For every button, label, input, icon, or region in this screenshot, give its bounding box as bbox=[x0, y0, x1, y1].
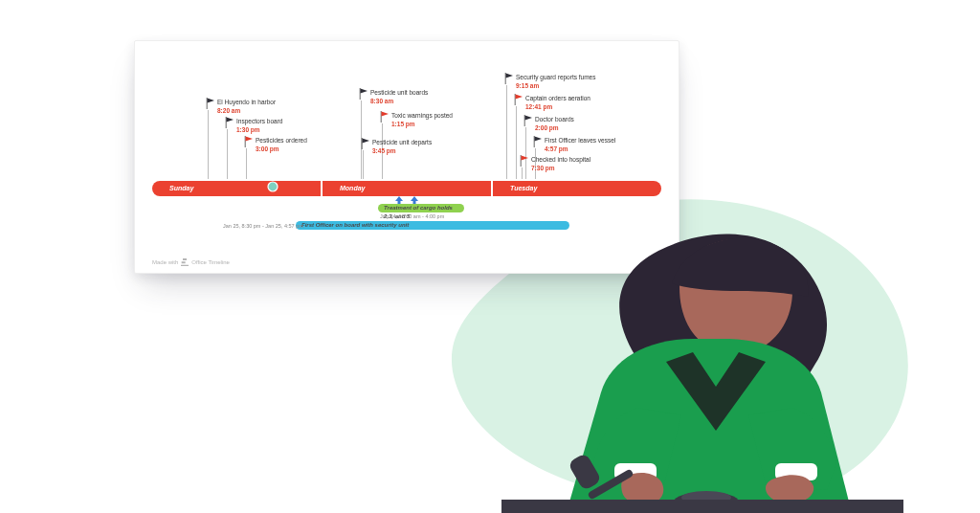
event-label: Pesticide unit departs bbox=[372, 139, 535, 146]
event-label: Inspectors board bbox=[236, 118, 399, 125]
event-e10: First Officer leaves vessel4:57 pm bbox=[545, 137, 707, 153]
event-stem bbox=[208, 110, 209, 179]
up-arrow-icon bbox=[395, 196, 403, 204]
timeline-daybar: SundayMondayTuesday bbox=[152, 181, 661, 196]
event-label: First Officer leaves vessel bbox=[545, 137, 707, 145]
svg-rect-2 bbox=[587, 469, 634, 501]
flag-icon bbox=[359, 88, 368, 100]
event-stem bbox=[363, 150, 364, 179]
event-label: Security guard reports fumes bbox=[516, 74, 679, 81]
event-stem bbox=[525, 127, 526, 179]
flag-icon bbox=[361, 138, 370, 149]
event-time: 9:15 am bbox=[516, 82, 679, 90]
event-label: Captain orders aeration bbox=[525, 95, 688, 102]
flag-icon bbox=[504, 73, 514, 84]
task-bar: First Officer on board with security uni… bbox=[296, 221, 569, 230]
svg-rect-6 bbox=[501, 500, 903, 513]
day-sunday: Sunday bbox=[152, 181, 321, 196]
event-time: 1:30 pm bbox=[236, 126, 399, 134]
event-time: 4:57 pm bbox=[545, 145, 707, 153]
event-label: Doctor boards bbox=[535, 116, 698, 123]
event-time: 7:30 pm bbox=[531, 165, 694, 172]
event-stem bbox=[506, 85, 507, 179]
event-stem bbox=[246, 148, 247, 179]
event-stem bbox=[227, 129, 228, 179]
timeline-card: El Huyendo in harbor8:20 amInspectors bo… bbox=[134, 40, 679, 274]
event-label: Pesticide unit boards bbox=[370, 89, 533, 97]
task-caption: Jan 25, 8:30 pm - Jan 25, 4:57 pm bbox=[223, 223, 303, 229]
event-time: 8:30 am bbox=[370, 98, 533, 105]
task-bar: Treatment of cargo holds 2,3, and 5 bbox=[378, 204, 464, 212]
event-stem bbox=[516, 106, 517, 179]
event-label: Checked into hospital bbox=[531, 156, 694, 164]
flag-icon bbox=[533, 136, 543, 147]
event-time: 3:45 pm bbox=[372, 147, 535, 155]
timeline-marker bbox=[267, 179, 278, 190]
svg-point-5 bbox=[681, 491, 731, 504]
task-caption: Jan 24, 10:00 am - 4:00 pm bbox=[380, 213, 444, 219]
flag-icon bbox=[225, 117, 234, 128]
event-stem bbox=[522, 167, 523, 179]
made-with-footer: Made with Office Timeline bbox=[152, 258, 230, 266]
up-arrow-icon bbox=[411, 196, 418, 204]
flag-icon bbox=[244, 136, 254, 147]
made-with-text: Made with bbox=[152, 259, 178, 265]
event-e7: Security guard reports fumes9:15 am bbox=[516, 74, 679, 90]
flag-icon bbox=[206, 98, 215, 109]
svg-point-4 bbox=[674, 492, 739, 511]
event-e1: El Huyendo in harbor8:20 am bbox=[217, 99, 380, 115]
office-timeline-icon bbox=[181, 258, 189, 266]
day-monday: Monday bbox=[321, 181, 491, 196]
flag-icon bbox=[523, 115, 533, 126]
svg-rect-1 bbox=[775, 463, 817, 480]
event-e2: Inspectors board1:30 pm bbox=[236, 118, 399, 134]
flag-icon bbox=[520, 155, 529, 167]
svg-point-18 bbox=[268, 182, 278, 191]
day-tuesday: Tuesday bbox=[491, 181, 661, 196]
event-e11: Checked into hospital7:30 pm bbox=[531, 156, 694, 172]
svg-rect-0 bbox=[614, 463, 657, 480]
event-time: 2:00 pm bbox=[535, 124, 698, 132]
event-time: 12:41 pm bbox=[525, 103, 688, 111]
event-label: El Huyendo in harbor bbox=[217, 99, 380, 106]
made-with-brand: Office Timeline bbox=[191, 259, 230, 265]
timeline-events: El Huyendo in harbor8:20 amInspectors bo… bbox=[135, 55, 679, 175]
event-e4: Pesticide unit boards8:30 am bbox=[370, 89, 533, 105]
event-e8: Captain orders aeration12:41 pm bbox=[525, 95, 688, 111]
event-e6: Pesticide unit departs3:45 pm bbox=[372, 139, 535, 155]
event-time: 8:20 am bbox=[217, 107, 380, 115]
flag-icon bbox=[514, 94, 523, 105]
svg-rect-3 bbox=[568, 453, 602, 491]
event-e9: Doctor boards2:00 pm bbox=[535, 116, 698, 132]
flag-icon bbox=[380, 111, 390, 123]
